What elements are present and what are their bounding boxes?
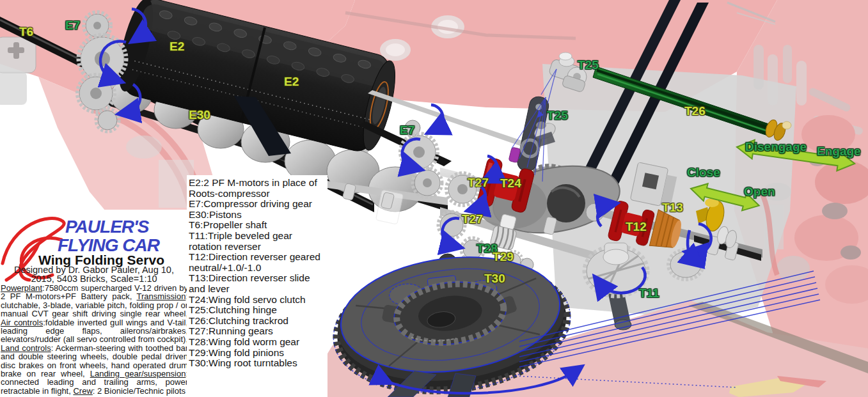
legend-item: T28:Wing fold worm gear [189, 337, 324, 348]
screenshot-root: T6E7E2E30E2E7T25T25T26DisengageEngageClo… [0, 0, 868, 397]
info-panel: PAULER'S FLYING CAR Wing Folding Servo D… [0, 210, 188, 397]
legend-item: T13:Direction reverser slide and lever [189, 273, 324, 294]
callout-t26: T26 [684, 105, 706, 117]
callout-t24: T24 [500, 177, 521, 189]
legend-item: T25:Clutching hinge [189, 305, 324, 316]
callout-t11: T11 [639, 287, 659, 299]
legend-item: T30:Wing root turntables [189, 358, 324, 369]
legend-list: E2:2 PF M-motors in place of Roots-compr… [189, 178, 327, 369]
legend-item: T29:Wing fold pinions [189, 348, 324, 359]
specs-text: Powerplant:7580ccm supercharged V-12 dri… [1, 284, 188, 395]
callout-t27-top: T27 [468, 176, 489, 189]
callout-open: Open [744, 185, 775, 198]
brand-line1: PAULER'S [65, 217, 148, 237]
legend-item: T11:Triple beveled gear rotation reverse… [189, 231, 324, 252]
callout-t13: T13 [662, 201, 683, 214]
legend-item: T27:Running gears [189, 326, 324, 337]
callout-e30: E30 [189, 109, 210, 121]
legend-panel: E2:2 PF M-motors in place of Roots-compr… [187, 175, 327, 397]
callout-t12: T12 [626, 221, 647, 233]
callout-e7-mid: E7 [400, 124, 414, 136]
byline-line2: 2015, 5403 Bricks, Scale=1:10 [0, 275, 188, 284]
legend-item: T26:Clutching trackrod [189, 316, 324, 327]
callout-t30: T30 [484, 272, 505, 284]
callout-disengage: Disengage [745, 141, 807, 153]
legend-item: E2:2 PF M-motors in place of Roots-compr… [189, 178, 324, 199]
callout-t25-low: T25 [547, 109, 568, 121]
legend-item: T24:Wing fold servo clutch [189, 295, 324, 306]
legend-item: E7:Compressor driving gear [189, 199, 324, 210]
callout-e2-left: E2 [170, 40, 184, 52]
legend-item: T12:Direction reverser geared neutral/+1… [189, 252, 324, 273]
callout-t25-top: T25 [578, 59, 599, 71]
legend-item: T6:Propeller shaft [189, 220, 324, 231]
callout-t27-low: T27 [462, 213, 483, 225]
frame-connector [0, 37, 36, 105]
callout-close: Close [687, 166, 720, 178]
callout-t6: T6 [19, 26, 33, 38]
callout-t29: T29 [493, 251, 514, 263]
callout-engage: Engage [817, 145, 861, 157]
callout-e2-right: E2 [284, 75, 299, 88]
callout-e7-top: E7 [65, 19, 80, 31]
legend-item: E30:Pistons [189, 210, 324, 221]
